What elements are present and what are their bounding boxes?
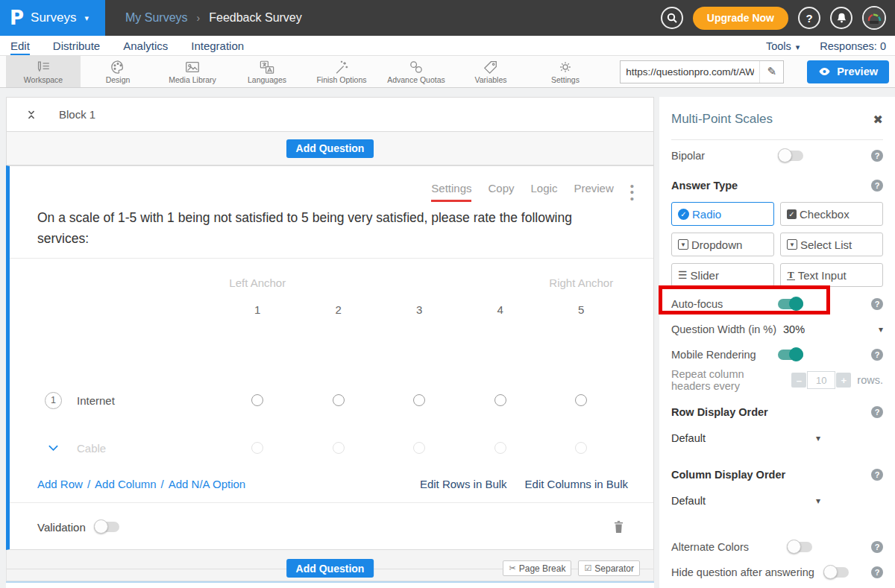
breadcrumb-my-surveys[interactable]: My Surveys [125, 11, 188, 25]
responses-count[interactable]: Responses: 0 [820, 40, 886, 52]
toolbar-item-settings[interactable]: Settings [528, 56, 603, 87]
tab-edit[interactable]: Edit [10, 39, 30, 55]
answer-type-dropdown[interactable]: ▼ Dropdown [671, 233, 774, 256]
increment-button[interactable]: + [836, 373, 851, 388]
answer-type-select-list[interactable]: ▼ Select List [780, 233, 883, 256]
answer-type-text-input[interactable]: T Text Input [780, 263, 883, 287]
chevron-down-icon: ▾ [816, 433, 820, 443]
add-row-link[interactable]: Add Row [37, 478, 83, 490]
row-chevron-down-icon[interactable] [45, 443, 62, 452]
answer-type-checkbox[interactable]: ✓ Checkbox [780, 202, 883, 226]
collapse-vertical-icon [25, 109, 37, 121]
toolbar-item-design[interactable]: Design [81, 56, 155, 87]
matrix-table: Left Anchor Right Anchor 1 2 3 4 5 1 I [10, 275, 653, 472]
column-header[interactable]: 5 [541, 303, 622, 316]
auto-focus-toggle[interactable] [778, 299, 803, 309]
search-button[interactable] [661, 7, 683, 29]
separator-button[interactable]: ☑ Separator [578, 560, 640, 576]
radio-button[interactable] [413, 394, 425, 406]
edit-rows-bulk-link[interactable]: Edit Rows in Bulk [420, 478, 507, 490]
toolbar-item-languages[interactable]: Languages [230, 56, 304, 87]
surveys-menu[interactable]: P Surveys ▾ [0, 0, 105, 36]
toolbar-right: ✎ Preview [620, 56, 895, 87]
block-footer: Add Question ✂ Page Break ☑ Separator [6, 550, 654, 581]
add-column-link[interactable]: Add Column [95, 478, 157, 490]
alternate-colors-row: Alternate Colors ? [671, 534, 883, 560]
survey-url-input[interactable] [621, 66, 759, 78]
answer-type-radio[interactable]: ✓ Radio [671, 202, 774, 226]
tab-analytics[interactable]: Analytics [123, 39, 168, 55]
edit-columns-bulk-link[interactable]: Edit Columns in Bulk [525, 478, 628, 490]
help-icon[interactable]: ? [871, 469, 883, 481]
page-break-button[interactable]: ✂ Page Break [503, 560, 571, 576]
answer-type-slider[interactable]: ☰ Slider [671, 263, 774, 287]
add-question-button-top[interactable]: Add Question [286, 139, 374, 158]
help-icon[interactable]: ? [871, 349, 883, 361]
radio-button[interactable] [251, 394, 263, 406]
column-header[interactable]: 3 [379, 303, 460, 316]
radio-button[interactable] [251, 442, 263, 454]
radio-button[interactable] [575, 442, 587, 454]
radio-button[interactable] [333, 442, 345, 454]
question-tab-logic[interactable]: Logic [531, 182, 558, 200]
close-panel-button[interactable]: ✖ [873, 113, 883, 127]
column-header[interactable]: 2 [298, 303, 380, 316]
radio-button[interactable] [494, 442, 506, 454]
tab-distribute[interactable]: Distribute [53, 39, 100, 55]
decrement-button[interactable]: – [791, 373, 806, 388]
alternate-colors-toggle[interactable] [787, 542, 812, 552]
top-bar: P Surveys ▾ My Surveys › Feedback Survey… [0, 0, 895, 36]
tools-menu[interactable]: Tools ▾ [766, 40, 800, 52]
block-title[interactable]: Block 1 [59, 108, 95, 121]
row-label[interactable]: Internet [77, 394, 115, 407]
validation-toggle[interactable] [94, 522, 119, 532]
upgrade-now-button[interactable]: Upgrade Now [693, 7, 788, 30]
avatar[interactable] [862, 6, 886, 30]
tab-integration[interactable]: Integration [191, 39, 244, 55]
delete-question-button[interactable] [612, 519, 625, 534]
add-question-button-bottom[interactable]: Add Question [286, 559, 374, 578]
help-icon[interactable]: ? [871, 566, 883, 578]
notifications-button[interactable] [830, 7, 852, 29]
radio-button[interactable] [575, 394, 587, 406]
edit-url-button[interactable]: ✎ [759, 61, 783, 83]
help-icon[interactable]: ? [871, 180, 883, 192]
toolbar-item-media-library[interactable]: Media Library [155, 56, 230, 87]
more-options-icon[interactable]: ••• [630, 182, 634, 202]
mobile-rendering-label: Mobile Rendering [671, 349, 778, 361]
help-icon[interactable]: ? [871, 150, 883, 162]
preview-button[interactable]: Preview [807, 60, 889, 83]
row-display-order-select[interactable]: Default ▾ [671, 430, 820, 446]
row-drag-handle[interactable]: 1 [45, 392, 62, 409]
right-anchor-label[interactable]: Right Anchor [541, 276, 622, 289]
bipolar-toggle[interactable] [778, 151, 803, 161]
question-tab-settings[interactable]: Settings [431, 182, 471, 202]
radio-button[interactable] [333, 394, 345, 406]
toolbar-item-advance-quotas[interactable]: Advance Quotas [379, 56, 453, 87]
toolbar-item-workspace[interactable]: Workspace [6, 56, 81, 87]
question-tab-preview[interactable]: Preview [574, 182, 613, 200]
question-width-value[interactable]: 30% [783, 323, 805, 335]
toolbar-item-variables[interactable]: Variables [453, 56, 528, 87]
help-icon[interactable]: ? [871, 541, 883, 553]
radio-button[interactable] [494, 394, 506, 406]
toolbar-item-finish-options[interactable]: Finish Options [304, 56, 379, 87]
column-header[interactable]: 1 [217, 303, 298, 316]
help-icon[interactable]: ? [871, 298, 883, 310]
hide-question-toggle[interactable] [823, 567, 849, 578]
column-header[interactable]: 4 [460, 303, 541, 316]
help-icon[interactable]: ? [871, 406, 883, 418]
left-anchor-label[interactable]: Left Anchor [217, 276, 298, 289]
mobile-rendering-toggle[interactable] [778, 350, 803, 360]
column-display-order-select[interactable]: Default ▾ [671, 493, 820, 509]
chevron-down-icon[interactable]: ▾ [879, 324, 883, 335]
question-text[interactable]: On a scale of 1-5 with 1 being not satis… [10, 166, 653, 249]
row-label[interactable]: Cable [77, 442, 106, 455]
repeat-headers-value[interactable]: 10 [807, 371, 835, 389]
add-question-strip: Add Question [6, 132, 654, 165]
add-na-option-link[interactable]: Add N/A Option [169, 478, 245, 490]
collapse-block-button[interactable] [25, 109, 37, 121]
help-button[interactable]: ? [798, 7, 820, 29]
question-tab-copy[interactable]: Copy [488, 182, 514, 200]
radio-button[interactable] [413, 442, 425, 454]
